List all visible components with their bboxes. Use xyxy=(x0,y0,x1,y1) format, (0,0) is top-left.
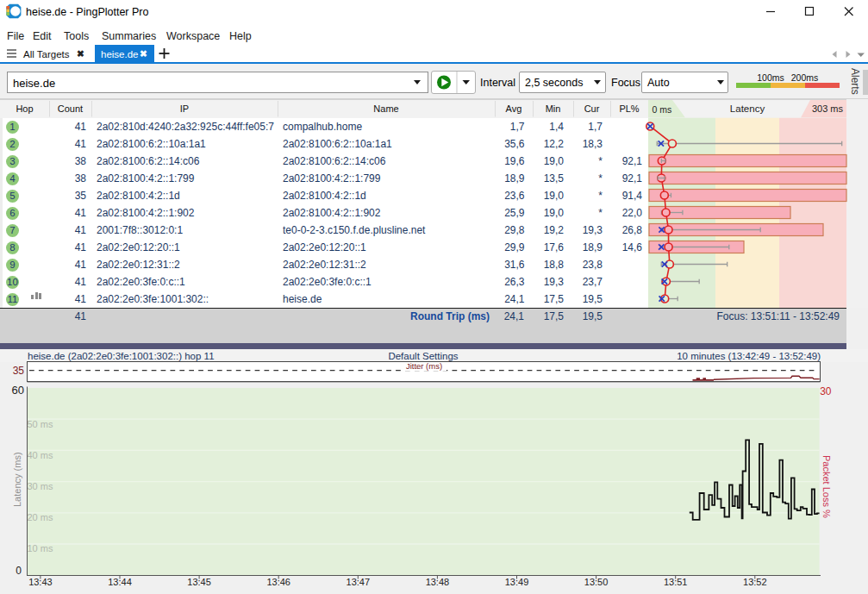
svg-text:13:48: 13:48 xyxy=(426,577,450,587)
svg-text:13:46: 13:46 xyxy=(266,577,290,587)
svg-text:35: 35 xyxy=(13,365,25,377)
svg-text:0: 0 xyxy=(16,565,22,577)
svg-text:13:49: 13:49 xyxy=(505,577,529,587)
svg-text:13:51: 13:51 xyxy=(664,577,688,587)
svg-text:60: 60 xyxy=(12,384,24,397)
svg-text:20 ms: 20 ms xyxy=(28,512,53,522)
svg-text:13:50: 13:50 xyxy=(584,577,609,587)
svg-text:13:43: 13:43 xyxy=(28,577,53,587)
svg-text:10 ms: 10 ms xyxy=(28,543,53,553)
svg-text:Packet Loss %: Packet Loss % xyxy=(821,455,832,518)
svg-text:50 ms: 50 ms xyxy=(28,419,53,429)
svg-text:Latency (ms): Latency (ms) xyxy=(12,452,22,507)
svg-text:13:45: 13:45 xyxy=(187,577,211,587)
svg-text:13:52: 13:52 xyxy=(743,577,767,587)
svg-text:30: 30 xyxy=(820,385,832,397)
svg-text:13:44: 13:44 xyxy=(108,577,132,587)
svg-text:30 ms: 30 ms xyxy=(28,481,53,491)
svg-text:40 ms: 40 ms xyxy=(28,450,53,460)
svg-text:Jitter (ms): Jitter (ms) xyxy=(406,361,442,371)
svg-text:13:47: 13:47 xyxy=(347,577,371,587)
